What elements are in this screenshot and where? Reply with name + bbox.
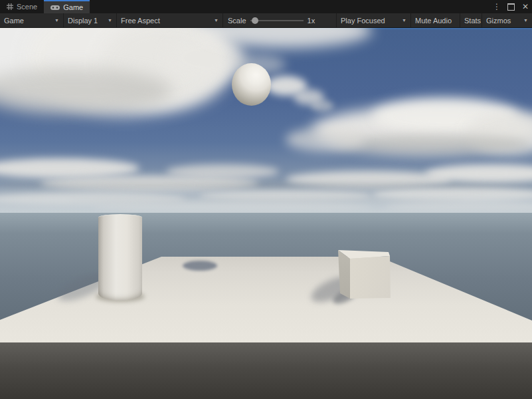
aspect-ratio-dropdown[interactable]: Free Aspect ▼ (117, 13, 223, 27)
tab-label: Game (63, 3, 83, 11)
scale-slider[interactable] (250, 17, 304, 25)
chevron-down-icon: ▼ (209, 18, 219, 23)
chevron-down-icon: ▼ (102, 18, 112, 23)
gizmos-dropdown[interactable]: Gizmos ▼ (482, 13, 532, 27)
cube-object (338, 250, 391, 299)
close-icon[interactable]: ✕ (521, 0, 529, 13)
foreground-ground (0, 342, 532, 399)
scale-value: 1x (308, 17, 315, 25)
horizon-haze (0, 185, 532, 213)
chevron-down-icon: ▼ (397, 18, 406, 23)
scale-label: Scale (228, 17, 246, 25)
mute-audio-button[interactable]: Mute Audio (411, 13, 460, 27)
tab-scene[interactable]: Scene (0, 0, 44, 13)
tab-bar: Scene Game ⋮ ✕ (0, 0, 532, 13)
cloud (286, 128, 365, 152)
game-viewport[interactable] (0, 28, 532, 399)
cloud (311, 100, 333, 112)
chevron-down-icon: ▼ (518, 18, 528, 23)
tab-game[interactable]: Game (44, 0, 90, 13)
chevron-down-icon: ▼ (49, 18, 59, 23)
maximize-icon[interactable] (507, 3, 515, 11)
cylinder-object (98, 214, 142, 301)
cloud (166, 164, 279, 179)
kebab-menu-icon[interactable]: ⋮ (493, 0, 501, 13)
sky (0, 28, 532, 213)
grid-icon (7, 3, 13, 10)
gamepad-icon (50, 5, 60, 11)
tab-label: Scene (17, 3, 37, 11)
sphere-object (232, 63, 271, 106)
unity-game-window: Scene Game ⋮ ✕ Game ▼ Display 1 ▼ Free A… (0, 0, 532, 399)
display-dropdown[interactable]: Display 1 ▼ (64, 13, 117, 27)
sphere-shadow (183, 261, 217, 271)
game-view-toolbar: Game ▼ Display 1 ▼ Free Aspect ▼ Scale 1… (0, 13, 532, 28)
window-controls: ⋮ ✕ (493, 0, 529, 13)
game-menu-dropdown[interactable]: Game ▼ (0, 13, 64, 27)
play-focused-dropdown[interactable]: Play Focused ▼ (337, 13, 411, 27)
scale-control: Scale 1x (223, 13, 337, 27)
stats-button[interactable]: Stats (460, 13, 482, 27)
slider-track[interactable] (250, 20, 304, 21)
slider-knob[interactable] (252, 17, 258, 24)
